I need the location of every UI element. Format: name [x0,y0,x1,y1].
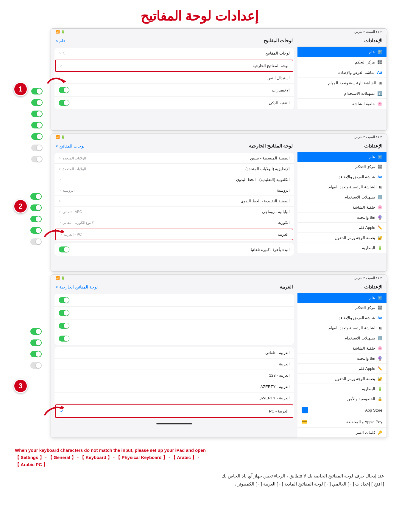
keyboard-panel-2: لوحة المفاتيح الخارجية لوحات المفاتيح > … [51,140,297,271]
general-icon-1: ⚙️ [377,49,382,54]
keyboard-panel-1: لوحات المفاتيح عام > لوحات المفاتيح ٩ < [51,35,297,130]
scroll-indicator [156,423,192,424]
step3-badge: 3 [13,379,28,393]
settings-sidebar-1: الإعدادات ⚙️ عام 🎛️ مركز التحكم Aa شاشة … [297,35,387,130]
settings-header-1: الإعدادات [297,35,386,47]
step1-badge: 1 [13,82,28,96]
general-label-1: عام [369,50,375,54]
status-icons-3: 📶 🔋 [56,276,65,280]
kb-opt-qwerty[interactable]: العربية - QWERTY [54,393,294,404]
display-icon-1: Aa [377,70,382,75]
access-icon-1: ℹ️ [377,91,382,96]
settings-sidebar-3: الإعدادات ⚙️عام 🎛️مركز التحكم Aaشاشة الع… [297,281,387,438]
left-toggles-3 [30,328,42,369]
status-bar-2: 📶 🔋 ٤١:٢ السبت ٢ مارس [51,134,387,140]
chevron-external: < [60,64,62,68]
status-icons-2: 📶 🔋 [56,135,65,139]
settings-sidebar-2: الإعدادات ⚙️ عام 🎛️مركز التحكم Aaشاشة ال… [297,140,387,271]
kb-opt-pc[interactable]: العربية - PC ✓ [55,404,293,418]
page-container: إعدادات لوحة المفاتيح 1 [0,0,399,532]
kb-row-capitals[interactable]: البدء بأحرف كبيرة تلقائيا [54,243,294,256]
toggle-1[interactable] [31,88,43,94]
screenshot3-frame: 📶 🔋 ٤١:٢ السبت ٢ مارس الإعدادات ⚙️عام [51,274,387,438]
toggle-2[interactable] [31,99,43,106]
kb-back-3[interactable]: لوحة المفاتيح الخارجية > [56,285,98,289]
kb-row-english[interactable]: الإنجليزية (الولايات المتحدة) الولايات ا… [54,164,294,174]
kb-row-shortcuts[interactable]: الاختصارات [54,84,294,97]
settings-header-2: الإعدادات [297,140,386,152]
kb-opt-arabic[interactable]: العربية [54,359,294,370]
kb-row-keyboards[interactable]: لوحات المفاتيح ٩ < [54,48,294,59]
kb-opt-azerty[interactable]: العربية - AZERTY [54,381,294,393]
screen2-body: الإعدادات ⚙️ عام 🎛️مركز التحكم Aaشاشة ال… [51,140,387,271]
toggle-6[interactable] [31,145,43,151]
arabic-text: عند إدخال حرف لوحة المفاتيح الخاصة بك لا… [15,472,384,488]
kb-back-2[interactable]: لوحات المفاتيح > [56,144,85,148]
screenshot2-frame: 📶 🔋 ٤١:٢ السبت ٢ مارس الإعدادات ⚙️ عام [51,134,387,272]
kb-header-2: لوحة المفاتيح الخارجية لوحات المفاتيح > [51,140,297,152]
kb-header-3: العربية لوحة المفاتيح الخارجية > [51,281,297,293]
home-icon-1: ⊞ [379,80,382,85]
settings-item-home-1[interactable]: ⊞ الشاشة الرئيسية وتعدد المهام [297,78,386,88]
screen1-body: الإعدادات ⚙️ عام 🎛️ مركز التحكم Aa شاشة … [51,35,387,130]
kb-row-japanese[interactable]: اليابانية - روماجي ABC - تلقائي < [54,207,294,217]
kb-title-2: لوحة المفاتيح الخارجية [249,143,293,149]
kb-section-3: العربية - تلقائي العربية العربية - 123 ا… [54,347,294,418]
settings-item-access-1[interactable]: ℹ️ تسهيلات الاستخدام [297,88,386,99]
screenshot1-frame: 📶 🔋 ٤١:٢ السبت ٢ مارس الإعدادات ⚙️ عام [51,28,387,131]
kb-title-3: العربية [280,284,293,290]
row-label-auto: التنقيه الذكي... [266,101,290,105]
english-text: When your keyboard characters do not mat… [15,447,384,468]
status-time-2: ٤١:٢ السبت ٢ مارس [354,135,382,139]
kb-row-replace[interactable]: استبدال النص < [54,72,294,84]
kb-row-auto[interactable]: التنقيه الذكي... [54,97,294,109]
status-time-3: ٤١:٢ السبت ٢ مارس [354,276,382,280]
chevron-keyboards: < [59,51,61,55]
control-icon-1: 🎛️ [377,60,382,64]
kb-row-korean[interactable]: الكورية ٢-نوع الكورية - تلقائي < [54,217,294,228]
toggle-auto[interactable] [59,100,69,106]
kb-opt-123[interactable]: العربية - 123 [54,370,294,381]
settings-header-3: الإعدادات [297,281,386,293]
toggle-3[interactable] [31,111,43,117]
settings-item-control-1[interactable]: 🎛️ مركز التحكم [297,57,386,67]
kb-row-arabic-2[interactable]: العربية PC - العربية < [55,229,293,240]
row-label-keyboards: لوحات المفاتيح [265,51,290,55]
screen3-body: الإعدادات ⚙️عام 🎛️مركز التحكم Aaشاشة الع… [51,281,387,438]
kb-section-2: الصينية المبسطة - بينيين الولايات المتحد… [54,153,294,241]
left-toggles-1 [31,88,43,162]
kb-row-trad-chinese[interactable]: الصينية التقليدية - الخط البدوي < [54,196,294,207]
kb-row-external[interactable]: لوحة المفاتيح الخارجية < [55,60,293,72]
kb-section-1: لوحات المفاتيح ٩ < لوحة المفاتيح الخارجي… [54,48,294,109]
step2-badge: 2 [13,199,28,213]
step1-group: 1 [12,28,387,131]
screenshots-area: 1 [6,28,393,438]
left-toggles-2 [30,193,42,245]
kb-row-celtic[interactable]: الكلتونية (التقليدية) - الخط البدوي < [54,174,294,185]
toggle-4[interactable] [31,122,43,128]
kb-title-1: لوحات المفاتيح [264,38,293,44]
kb-back-1[interactable]: عام > [56,38,66,43]
kb-top-toggles [54,294,294,345]
page-title: إعدادات لوحة المفاتيح [0,0,399,28]
step2-group: 2 📶 [12,134,387,272]
settings-item-display-1[interactable]: Aa شاشة العرض والإضاءة [297,67,386,78]
status-icons-1: 📶 🔋 [56,30,65,34]
row-label-replace: استبدال النص [267,76,290,80]
row-label-external: لوحة المفاتيح الخارجية [253,63,289,68]
kb-opt-auto[interactable]: العربية - تلقائي [54,347,294,359]
toggle-7[interactable] [31,156,43,162]
wallpaper-icon-1: 🌸 [377,101,382,106]
kb-row-simplified-chinese[interactable]: الصينية المبسطة - بينيين الولايات المتحد… [54,153,294,164]
step3-group: 3 📶 [12,274,387,438]
kb-row-russian[interactable]: الروسية الروسية < [54,185,294,196]
bottom-text-area: When your keyboard characters do not mat… [0,441,399,494]
row-right-keyboards: ٩ < [59,51,65,55]
status-bar-3: 📶 🔋 ٤١:٢ السبت ٢ مارس [51,275,387,281]
settings-item-general-1[interactable]: ⚙️ عام [297,47,386,57]
status-bar-1: 📶 🔋 ٤١:٢ السبت ٢ مارس [51,29,387,35]
general-item-2[interactable]: ⚙️ عام [297,152,386,162]
settings-item-wallpaper-1[interactable]: 🌸 خلفية الشاشة [297,99,386,109]
status-time-1: ٤١:٢ السبت ٢ مارس [354,30,382,34]
toggle-5[interactable] [31,133,43,140]
